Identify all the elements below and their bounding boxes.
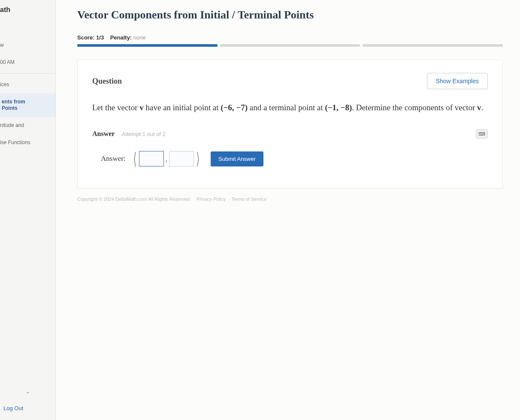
sidebar-item-ices[interactable]: ices [0,76,55,94]
attempt-text: Attempt 1 out of 2 [121,131,166,137]
sidebar-item-w[interactable]: w [0,16,55,54]
penalty-value: none [133,34,146,41]
penalty-label: Penalty: [110,34,132,41]
q-mid1: have an initial point at [144,103,221,112]
q-end: . [481,103,484,112]
q-pt1: (−6, −7) [221,103,248,112]
answer-input-row: Answer: ⟨ , ⟩ Submit Answer [92,151,488,167]
q-v2: v [477,103,481,112]
sidebar-item-components[interactable]: ents from Points [0,94,55,117]
progress-bar [77,44,503,47]
copyright: Copyright © 2024 DeltaMath.com All Right… [77,196,191,202]
question-card: Question Show Examples Let the vector v … [77,60,503,189]
show-examples-button[interactable]: Show Examples [427,73,488,89]
question-heading: Question [92,77,122,86]
answer-header-row: Answer Attempt 1 out of 2 ⌨ [92,129,488,139]
vector-y-input[interactable] [169,151,194,166]
privacy-link[interactable]: Privacy Policy [197,196,226,202]
chevron-down-icon[interactable]: ⌄ [0,384,55,399]
submit-answer-button[interactable]: Submit Answer [211,151,263,166]
q-mid3: . Determine the components of vector [352,103,477,112]
score-line: Score: 1/3 Penalty: none [77,34,503,41]
progress-seg-2 [220,44,360,47]
vector-input-wrap: ⟨ , ⟩ [132,151,202,167]
q-mid2: and a terminal point at [248,103,325,112]
left-angle-bracket-icon: ⟨ [133,151,137,167]
answer-label-2: Answer: [101,154,126,163]
footer: Copyright © 2024 DeltaMath.com All Right… [77,196,503,202]
divider [0,73,55,74]
progress-seg-3 [363,44,503,47]
sidebar-item-time[interactable]: 00 AM [0,54,55,71]
question-text: Let the vector v have an initial point a… [92,101,488,114]
q-pt2: (−1, −8) [325,103,352,112]
answer-label: Answer [92,130,115,137]
terms-link[interactable]: Terms of Service [232,196,267,202]
sidebar-item-magnitude[interactable]: nitude and [0,117,55,134]
card-header: Question Show Examples [92,73,488,89]
sidebar-item-functions[interactable]: ise Functions [0,134,55,151]
brand: ath [0,0,55,16]
q-v1: v [139,103,144,112]
progress-seg-1 [77,44,218,47]
comma: , [166,154,168,163]
q-pre: Let the vector [92,103,139,112]
keyboard-icon[interactable]: ⌨ [476,129,488,139]
sidebar: ath w 00 AM ices ents from Points nitude… [0,0,56,420]
vector-x-input[interactable] [139,151,164,166]
right-angle-bracket-icon: ⟩ [196,151,200,167]
score-label: Score: [77,34,94,41]
score-section: Score: 1/3 Penalty: none [77,34,503,47]
logout-link[interactable]: Log Out [0,399,55,420]
score-value: 1/3 [96,34,104,41]
main-content: Vector Components from Initial / Termina… [56,0,520,420]
page-title: Vector Components from Initial / Termina… [77,9,503,21]
